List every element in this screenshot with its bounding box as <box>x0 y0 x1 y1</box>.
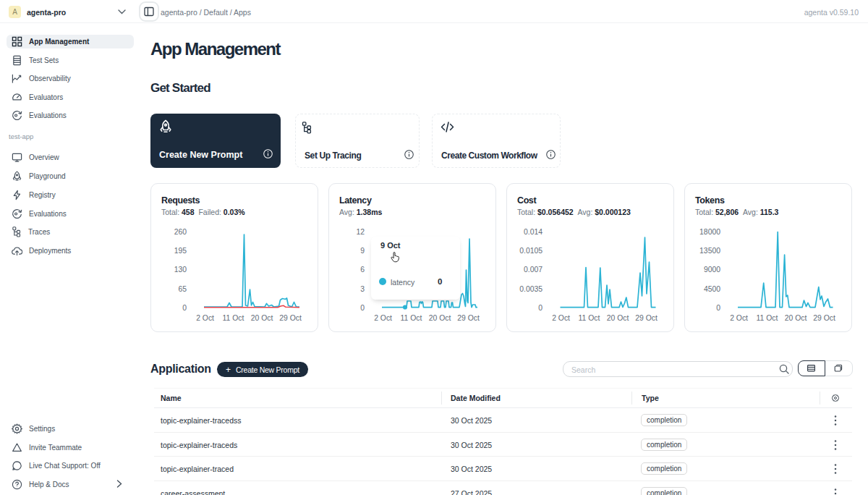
svg-text:0.0035: 0.0035 <box>519 285 542 293</box>
svg-text:20 Oct: 20 Oct <box>607 314 629 322</box>
svg-text:2 Oct: 2 Oct <box>196 314 214 322</box>
svg-text:13500: 13500 <box>699 247 720 255</box>
svg-text:9: 9 <box>360 247 365 255</box>
svg-text:11 Oct: 11 Oct <box>401 314 422 322</box>
svg-text:11 Oct: 11 Oct <box>757 314 778 322</box>
svg-text:0.007: 0.007 <box>524 266 542 274</box>
svg-text:0.0105: 0.0105 <box>519 247 542 255</box>
svg-text:9000: 9000 <box>704 266 720 274</box>
svg-text:18000: 18000 <box>699 228 720 236</box>
svg-text:11 Oct: 11 Oct <box>579 314 600 322</box>
svg-text:2 Oct: 2 Oct <box>730 314 748 322</box>
svg-text:65: 65 <box>178 285 187 293</box>
svg-text:12: 12 <box>356 228 365 236</box>
svg-text:3: 3 <box>360 285 365 293</box>
svg-text:0: 0 <box>538 304 542 312</box>
svg-text:0: 0 <box>716 304 720 312</box>
svg-text:11 Oct: 11 Oct <box>223 314 244 322</box>
svg-text:29 Oct: 29 Oct <box>813 314 835 322</box>
svg-text:0: 0 <box>182 304 187 312</box>
svg-text:29 Oct: 29 Oct <box>457 314 480 322</box>
svg-text:6: 6 <box>360 266 365 274</box>
svg-text:0: 0 <box>360 304 365 312</box>
svg-text:29 Oct: 29 Oct <box>279 314 302 322</box>
svg-text:20 Oct: 20 Oct <box>785 314 807 322</box>
svg-text:20 Oct: 20 Oct <box>251 314 273 322</box>
svg-text:2 Oct: 2 Oct <box>374 314 392 322</box>
svg-text:260: 260 <box>174 228 187 236</box>
svg-text:29 Oct: 29 Oct <box>635 314 658 322</box>
svg-text:195: 195 <box>174 247 187 255</box>
svg-text:130: 130 <box>174 266 187 274</box>
svg-text:0.014: 0.014 <box>524 228 542 236</box>
svg-text:4500: 4500 <box>704 285 720 293</box>
svg-text:2 Oct: 2 Oct <box>552 314 570 322</box>
svg-text:20 Oct: 20 Oct <box>429 314 451 322</box>
